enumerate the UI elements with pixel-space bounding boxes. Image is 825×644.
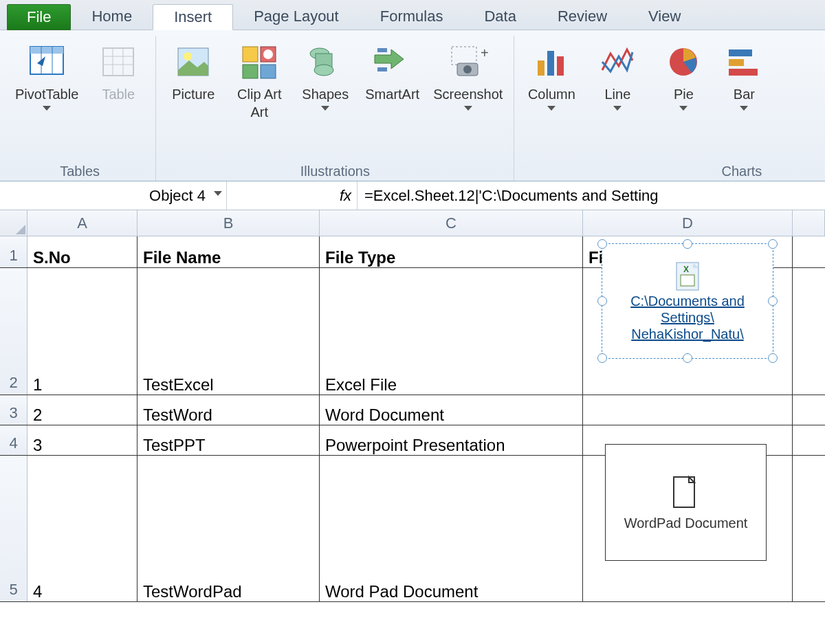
row-header-4[interactable]: 4 — [0, 425, 28, 455]
svg-text:+: + — [481, 45, 489, 60]
pivottable-button[interactable]: PivotTable — [11, 38, 82, 115]
file-tab[interactable]: File — [7, 4, 71, 30]
svg-rect-4 — [103, 48, 133, 76]
shapes-icon — [305, 41, 346, 82]
cell[interactable] — [793, 456, 825, 601]
tab-formulas[interactable]: Formulas — [360, 3, 464, 30]
svg-rect-11 — [243, 47, 258, 62]
svg-rect-1 — [30, 47, 63, 54]
clipart-icon — [239, 41, 280, 82]
cell[interactable]: Word Pad Document — [320, 456, 583, 601]
tab-home[interactable]: Home — [71, 3, 153, 30]
cell[interactable] — [793, 268, 825, 395]
tab-insert[interactable]: Insert — [153, 4, 233, 30]
row-header-2[interactable]: 2 — [0, 268, 28, 395]
cell[interactable]: TestWord — [138, 395, 320, 425]
column-chart-button[interactable]: Column — [521, 38, 582, 115]
formula-input[interactable]: =Excel.Sheet.12|'C:\Documents and Settin… — [358, 181, 825, 210]
group-illustrations: Picture Clip Art Art Shapes Sm — [156, 36, 514, 181]
col-header-A[interactable]: A — [28, 210, 138, 236]
tab-data[interactable]: Data — [463, 3, 536, 30]
svg-rect-19 — [377, 48, 387, 52]
chevron-down-icon — [321, 106, 329, 111]
svg-point-10 — [184, 52, 192, 60]
cell[interactable]: File Name — [138, 236, 320, 267]
svg-rect-29 — [729, 49, 752, 56]
pie-chart-button[interactable]: Pie — [653, 38, 714, 115]
cell[interactable] — [583, 395, 793, 425]
cell[interactable]: S.No — [28, 236, 138, 267]
svg-text:X: X — [683, 265, 689, 274]
column-headers: A B C D — [0, 210, 825, 236]
cell[interactable] — [793, 236, 825, 267]
row-header-1[interactable]: 1 — [0, 236, 28, 267]
chevron-down-icon — [43, 106, 51, 111]
group-charts: Column Line Pie Bar — [514, 36, 776, 181]
document-icon — [671, 474, 701, 510]
group-tables: PivotTable Table Tables — [4, 36, 156, 181]
smartart-button[interactable]: SmartArt — [361, 38, 424, 106]
shapes-button[interactable]: Shapes — [295, 38, 355, 115]
cell[interactable]: TestExcel — [138, 268, 320, 395]
smartart-icon — [372, 41, 413, 82]
col-header-next[interactable] — [793, 210, 825, 236]
chevron-down-icon[interactable] — [214, 191, 222, 196]
picture-button[interactable]: Picture — [163, 38, 223, 106]
fx-button[interactable]: fx — [227, 181, 358, 210]
cell[interactable]: TestPPT — [138, 425, 320, 455]
chevron-down-icon — [740, 106, 748, 111]
row-header-5[interactable]: 5 — [0, 456, 28, 601]
svg-point-13 — [263, 49, 273, 59]
tab-review[interactable]: Review — [537, 3, 628, 30]
line-chart-button[interactable]: Line — [587, 38, 648, 115]
cell[interactable]: Excel File — [320, 268, 583, 395]
cell[interactable]: TestWordPad — [138, 456, 320, 601]
svg-rect-21 — [452, 47, 476, 65]
row-header-3[interactable]: 3 — [0, 395, 28, 425]
svg-rect-14 — [243, 65, 258, 78]
name-box[interactable]: Object 4 — [0, 181, 227, 210]
pivottable-icon — [26, 41, 67, 82]
svg-point-23 — [463, 65, 472, 74]
cell[interactable]: File Type — [320, 236, 583, 267]
chevron-down-icon — [464, 106, 472, 111]
svg-rect-31 — [729, 69, 758, 76]
formula-bar: Object 4 fx =Excel.Sheet.12|'C:\Document… — [0, 181, 825, 210]
bar-chart-icon — [723, 41, 764, 82]
tab-page-layout[interactable]: Page Layout — [233, 3, 360, 30]
ribbon: PivotTable Table Tables Picture — [0, 30, 825, 181]
cell[interactable]: Word Document — [320, 395, 583, 425]
line-chart-icon — [597, 41, 638, 82]
tab-view[interactable]: View — [628, 3, 701, 30]
screenshot-button[interactable]: + Screenshot — [429, 38, 507, 115]
cell[interactable]: 1 — [28, 268, 138, 395]
screenshot-icon: + — [448, 41, 489, 82]
column-chart-icon — [531, 41, 572, 82]
svg-point-18 — [314, 65, 333, 76]
group-label-charts: Charts — [721, 159, 769, 181]
table-row: 3 2 TestWord Word Document — [0, 395, 825, 425]
col-header-D[interactable]: D — [583, 210, 793, 236]
col-header-C[interactable]: C — [320, 210, 583, 236]
col-header-B[interactable]: B — [138, 210, 320, 236]
table-icon — [98, 41, 139, 82]
svg-rect-33 — [681, 275, 694, 286]
cell[interactable] — [793, 395, 825, 425]
clipart-button[interactable]: Clip Art Art — [229, 38, 289, 124]
picture-icon — [173, 41, 214, 82]
embedded-object-wordpad[interactable]: WordPad Document — [605, 444, 767, 561]
group-label-illustrations: Illustrations — [300, 159, 370, 181]
cell[interactable]: 2 — [28, 395, 138, 425]
bar-chart-button[interactable]: Bar — [719, 38, 769, 115]
cell[interactable]: 3 — [28, 425, 138, 455]
select-all-corner[interactable] — [0, 210, 28, 236]
table-button[interactable]: Table — [88, 38, 148, 106]
embedded-object-selected[interactable]: X C:\Documents andSettings\NehaKishor_Na… — [602, 243, 773, 359]
svg-rect-27 — [557, 56, 564, 76]
svg-rect-30 — [729, 59, 744, 66]
ribbon-tabs: File Home Insert Page Layout Formulas Da… — [0, 0, 825, 30]
cell[interactable]: 4 — [28, 456, 138, 601]
cell[interactable] — [793, 425, 825, 455]
cell[interactable]: Powerpoint Presentation — [320, 425, 583, 455]
chevron-down-icon — [613, 106, 622, 111]
